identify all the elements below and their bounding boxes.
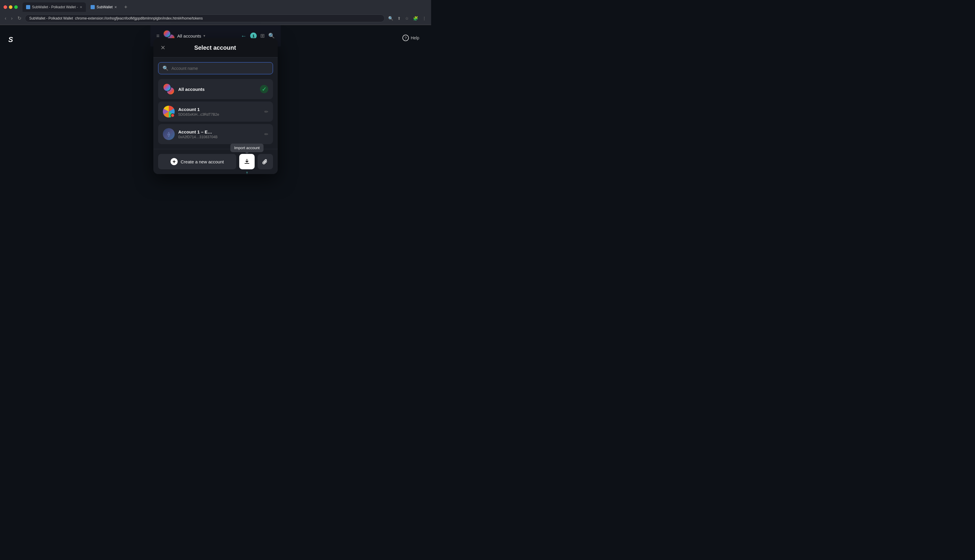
- search-container: 🔍: [153, 57, 278, 79]
- bookmark-button[interactable]: ☆: [404, 15, 410, 22]
- account-1-eth-address: 0xA2fD714…31083704B: [178, 135, 261, 139]
- modal-title: Select account: [165, 44, 265, 51]
- logo-letter: S: [8, 35, 13, 43]
- reload-button[interactable]: ↻: [16, 14, 23, 22]
- list-avatar-1: [163, 83, 171, 92]
- account-1-address: 5DG6SxKiH...c3RdT7B2e: [178, 112, 261, 117]
- tab-close-2[interactable]: ✕: [114, 5, 117, 9]
- tab-close-1[interactable]: ✕: [80, 5, 82, 9]
- wallet-panel: ≡ All accounts ▾ ← 1 ⊞ 🔍 ✕ Select accoun…: [150, 25, 281, 245]
- account-1-avatar: [163, 106, 175, 118]
- extensions-button[interactable]: 🧩: [412, 15, 419, 22]
- modal-close-button[interactable]: ✕: [160, 44, 165, 51]
- browser-chrome: SubWallet - Polkadot Wallet - ✕ SubWalle…: [0, 0, 431, 25]
- maximize-window-btn[interactable]: [14, 5, 18, 9]
- tab-favicon-2: [91, 5, 95, 9]
- address-input[interactable]: [25, 15, 385, 22]
- search-icon: 🔍: [163, 65, 168, 71]
- account-1-name: Account 1: [178, 107, 261, 112]
- address-bar: ‹ › ↻ 🔍 ⬆ ☆ 🧩 ⋮: [0, 12, 431, 25]
- account-search-input[interactable]: [172, 66, 268, 71]
- all-accounts-details: All accounts: [178, 87, 257, 92]
- account-1-eth-avatar: [163, 128, 175, 140]
- arrow-up-icon: ↑: [245, 170, 248, 174]
- account-1-item[interactable]: Account 1 5DG6SxKiH...c3RdT7B2e ✏: [158, 102, 273, 122]
- account-1-eth-details: Account 1 – E… 0xA2fD714…31083704B: [178, 129, 261, 139]
- search-box: 🔍: [158, 62, 273, 74]
- tab-title-2: SubWallet: [97, 5, 113, 9]
- import-account-button[interactable]: [239, 154, 255, 169]
- all-accounts-item[interactable]: All accounts ✓: [158, 79, 273, 99]
- select-account-modal: ✕ Select account 🔍: [153, 38, 278, 174]
- all-accounts-name: All accounts: [178, 87, 257, 92]
- subwallet-logo: S: [8, 35, 13, 44]
- modal-footer: + Create a new account Import account ↑ …: [153, 149, 278, 174]
- help-label: Help: [411, 35, 419, 40]
- selected-checkmark-icon: ✓: [260, 85, 268, 93]
- attach-account-button[interactable]: [258, 154, 273, 169]
- import-tooltip: Import account: [230, 143, 263, 152]
- tab-title-1: SubWallet - Polkadot Wallet -: [32, 5, 78, 9]
- back-button[interactable]: ‹: [3, 15, 7, 22]
- attach-icon: [262, 158, 268, 165]
- account-1-dot: [170, 113, 175, 118]
- tab-subwallet[interactable]: SubWallet ✕: [87, 2, 120, 12]
- account-1-eth-edit-icon[interactable]: ✏: [264, 132, 268, 137]
- create-account-button[interactable]: + Create a new account: [158, 154, 236, 169]
- tab-subwallet-polkadot[interactable]: SubWallet - Polkadot Wallet - ✕: [23, 2, 86, 12]
- import-download-icon: [244, 158, 250, 165]
- close-window-btn[interactable]: [3, 5, 7, 9]
- modal-header: ✕ Select account: [153, 38, 278, 57]
- modal-overlay: ✕ Select account 🔍: [150, 25, 281, 245]
- import-btn-wrapper: Import account ↑ 2: [239, 154, 255, 169]
- tooltip-arrow: [245, 152, 249, 154]
- browser-actions: 🔍 ⬆ ☆ 🧩 ⋮: [387, 15, 428, 22]
- all-accounts-list-avatar: [163, 83, 175, 95]
- tab-bar: SubWallet - Polkadot Wallet - ✕ SubWalle…: [0, 0, 431, 12]
- tab-favicon: [26, 5, 30, 9]
- main-content: S ? Help ≡ All accounts ▾ ← 1 ⊞ 🔍: [0, 25, 431, 245]
- help-circle-icon: ?: [402, 35, 409, 41]
- account-1-eth-name: Account 1 – E…: [178, 129, 261, 134]
- forward-button[interactable]: ›: [10, 15, 13, 22]
- share-button[interactable]: ⬆: [396, 15, 402, 22]
- help-button[interactable]: ? Help: [402, 35, 419, 41]
- minimize-window-btn[interactable]: [9, 5, 12, 9]
- account-1-details: Account 1 5DG6SxKiH...c3RdT7B2e: [178, 107, 261, 117]
- account-1-edit-icon[interactable]: ✏: [264, 109, 268, 115]
- create-account-label: Create a new account: [181, 159, 224, 164]
- plus-icon: +: [170, 158, 178, 165]
- menu-button[interactable]: ⋮: [421, 15, 428, 22]
- traffic-lights: [3, 5, 18, 9]
- account-list: All accounts ✓ Account 1 5DG6SxKiH...c3R…: [153, 79, 278, 149]
- account-1-eth-item[interactable]: Account 1 – E… 0xA2fD714…31083704B ✏: [158, 124, 273, 144]
- zoom-button[interactable]: 🔍: [387, 15, 394, 22]
- annotation-arrow-2: ↑ 2: [244, 170, 250, 174]
- import-tooltip-text: Import account: [234, 146, 260, 150]
- new-tab-button[interactable]: +: [122, 4, 130, 10]
